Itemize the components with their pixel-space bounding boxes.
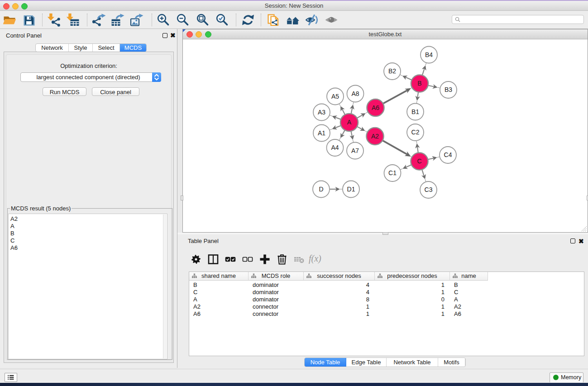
svg-text:B2: B2 (388, 67, 396, 75)
svg-text:A2: A2 (371, 133, 379, 140)
svg-text:C2: C2 (411, 129, 420, 136)
svg-text:B4: B4 (425, 51, 433, 58)
svg-text:C1: C1 (388, 169, 397, 176)
svg-text:C3: C3 (425, 186, 433, 193)
svg-text:A1: A1 (318, 129, 325, 137)
svg-text:A: A (347, 119, 352, 126)
svg-text:A5: A5 (331, 93, 339, 100)
svg-text:A6: A6 (372, 104, 379, 111)
svg-text:B1: B1 (411, 108, 419, 115)
svg-text:D1: D1 (347, 186, 355, 193)
svg-text:D: D (319, 186, 323, 193)
svg-text:A3: A3 (318, 109, 325, 116)
svg-text:C4: C4 (444, 151, 452, 158)
svg-text:A8: A8 (351, 90, 359, 97)
svg-text:C: C (417, 157, 421, 165)
svg-text:B: B (417, 80, 421, 87)
svg-text:A4: A4 (331, 144, 339, 151)
svg-text:B3: B3 (445, 86, 452, 93)
svg-text:A7: A7 (351, 147, 359, 154)
